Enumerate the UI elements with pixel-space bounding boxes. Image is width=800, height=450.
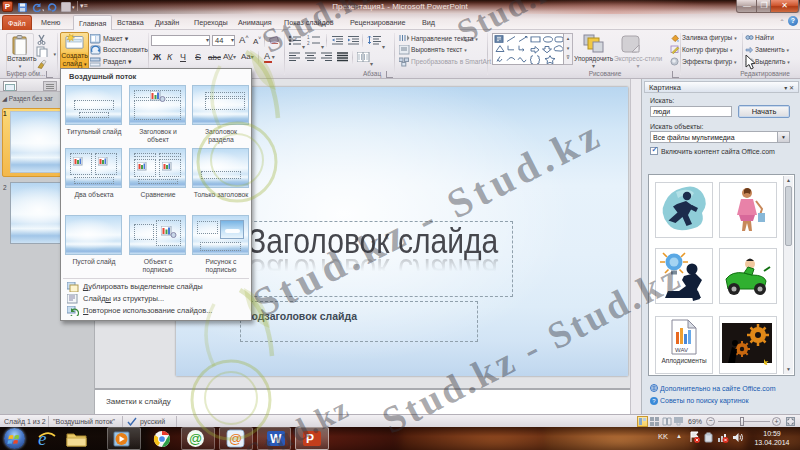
svg-text:e: e bbox=[38, 429, 46, 448]
svg-text:WAV: WAV bbox=[675, 347, 688, 353]
